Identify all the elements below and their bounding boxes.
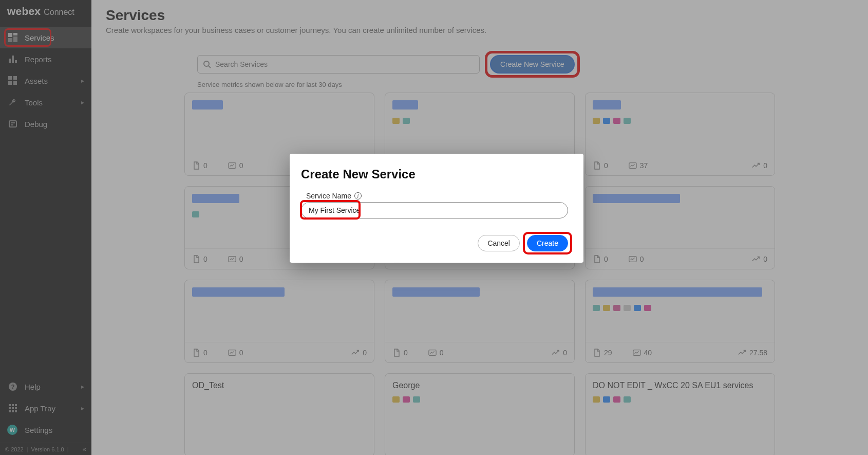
info-icon[interactable]: i <box>354 192 362 199</box>
modal-actions: Cancel Create <box>301 235 568 251</box>
cancel-button[interactable]: Cancel <box>478 235 520 251</box>
service-name-label: Service Name i <box>306 192 568 200</box>
create-service-modal: Create New Service Service Name i Cancel… <box>290 154 583 263</box>
service-name-input[interactable] <box>301 202 568 219</box>
create-button[interactable]: Create <box>527 235 568 251</box>
modal-title: Create New Service <box>301 167 568 181</box>
